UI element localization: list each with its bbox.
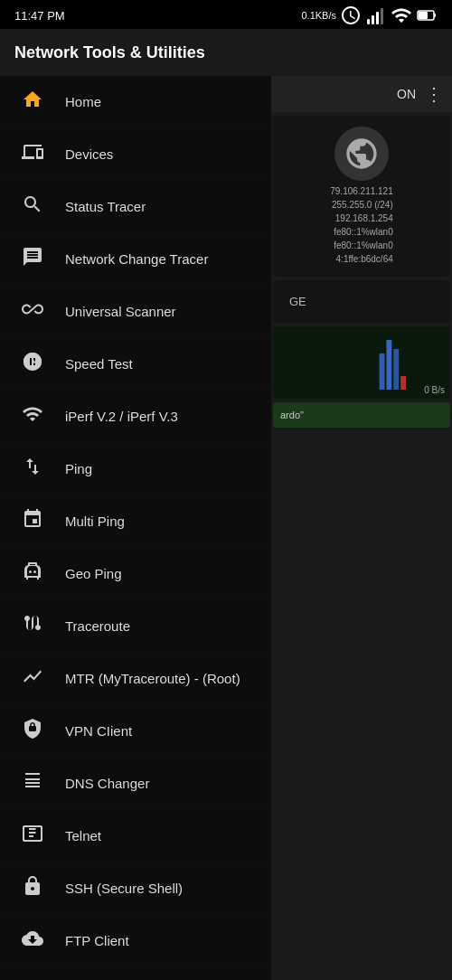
dns-changer-icon [18,770,47,796]
svg-point-7 [29,570,32,573]
globe-icon [334,127,389,181]
sidebar-item-mtr-label: MTR (MyTraceroute) - (Root) [65,671,240,686]
sidebar-item-ssh-label: SSH (Secure Shell) [65,881,183,896]
svg-rect-6 [434,14,436,17]
sidebar-item-universal-scanner-label: Universal Scanner [65,304,176,319]
sidebar-item-traceroute[interactable]: Traceroute [0,600,271,653]
sidebar-item-ping-label: Ping [65,461,92,476]
sidebar-item-status-tracer-label: Status Tracer [65,199,146,214]
ipv6-2: fe80::1%wlan0 [330,239,393,252]
svg-rect-12 [393,349,399,390]
status-bar: 11:47 PM 0.1KB/s [0,0,452,29]
sidebar-item-iperf-label: iPerf V.2 / iPerf V.3 [65,409,178,424]
chart-speed-label: 0 B/s [424,385,445,395]
svg-rect-1 [372,15,374,24]
subnet-info: 255.255.0 (/24) [330,198,393,212]
sidebar-item-ping[interactable]: Ping [0,443,271,495]
sidebar-item-iperf[interactable]: iPerf V.2 / iPerf V.3 [0,391,271,443]
ge-label: GE [282,289,441,314]
gateway: 192.168.1.254 [330,212,393,225]
main-layout: Home Devices Status Tracer [0,76,452,980]
devices-icon [18,141,47,167]
svg-rect-2 [376,12,379,24]
battery-icon [416,5,438,26]
app-title: Network Tools & Utilities [14,43,205,62]
on-label: ON [397,87,416,101]
sidebar-item-traceroute-label: Traceroute [65,618,130,634]
svg-rect-13 [400,376,406,390]
geo-ping-icon [18,561,47,587]
mtr-icon [18,665,47,692]
sidebar-item-ftp-client[interactable]: FTP Client [0,915,271,967]
telnet-icon [18,823,47,849]
sidebar-item-multi-ping[interactable]: Multi Ping [0,495,271,548]
network-info-section: 79.106.211.121 255.255.0 (/24) 192.168.1… [273,116,450,277]
wifi-icon [391,5,412,26]
ge-section: GE [273,280,450,323]
app-header: Network Tools & Utilities [0,29,452,76]
speed-test-icon [18,351,47,377]
navigation-drawer: Home Devices Status Tracer [0,76,271,980]
sidebar-item-multi-ping-label: Multi Ping [65,514,125,529]
sidebar-item-dns-changer[interactable]: DNS Changer [0,758,271,810]
sidebar-item-home[interactable]: Home [0,76,271,128]
caption-text: ardo" [280,410,443,420]
chart-section: 0 B/s [273,326,450,399]
ipv6-1: fe80::1%wlan0 [330,225,393,239]
sidebar-item-network-change-tracer-label: Network Change Tracer [65,251,208,267]
traceroute-icon [18,613,47,639]
ipv6-3: 4:1ffe:b6dc/64 [330,252,393,266]
sidebar-item-devices[interactable]: Devices [0,128,271,181]
signal-icon [365,5,387,26]
caption-section: ardo" [273,402,450,428]
ssh-icon [18,875,47,901]
sidebar-item-geo-ping-label: Geo Ping [65,566,122,581]
sidebar-item-mtr[interactable]: MTR (MyTraceroute) - (Root) [0,653,271,705]
universal-scanner-icon [18,298,47,325]
sidebar-item-geo-ping[interactable]: Geo Ping [0,548,271,600]
svg-rect-11 [386,340,391,390]
sidebar-item-speed-test[interactable]: Speed Test [0,338,271,391]
ip-address: 79.106.211.121 [330,184,393,198]
sidebar-item-devices-label: Devices [65,146,113,162]
status-tracer-icon [18,193,47,220]
content-panel: ON ⋮ 79.106.211.121 255.255.0 (/24) 192.… [271,76,452,980]
multi-ping-icon [18,508,47,534]
sidebar-item-status-tracer[interactable]: Status Tracer [0,181,271,233]
svg-rect-0 [367,19,370,24]
status-right: 0.1KB/s [301,5,438,26]
sidebar-item-ssh[interactable]: SSH (Secure Shell) [0,862,271,915]
sidebar-item-vpn-client-label: VPN CIient [65,723,132,739]
more-options-icon[interactable]: ⋮ [425,83,443,105]
vpn-client-icon [18,718,47,744]
svg-rect-10 [380,353,385,390]
iperf-icon [18,403,47,429]
svg-rect-5 [419,12,428,19]
network-change-tracer-icon [18,246,47,272]
svg-point-8 [33,570,36,573]
sidebar-item-ftp-client-label: FTP Client [65,933,129,948]
sidebar-item-network-change-tracer[interactable]: Network Change Tracer [0,233,271,286]
sidebar-item-speed-test-label: Speed Test [65,356,133,372]
ping-icon [18,456,47,482]
sidebar-item-universal-scanner[interactable]: Universal Scanner [0,286,271,338]
content-topbar: ON ⋮ [271,76,452,112]
svg-rect-3 [381,8,383,24]
sidebar-item-home-label: Home [65,94,101,109]
sidebar-item-telnet-label: Telnet [65,828,101,843]
ftp-client-icon [18,928,47,954]
home-icon [18,89,47,115]
ip-info: 79.106.211.121 255.255.0 (/24) 192.168.1… [330,184,393,266]
sidebar-item-telnet[interactable]: Telnet [0,810,271,862]
sidebar-item-dns-changer-label: DNS Changer [65,776,149,791]
status-time: 11:47 PM [14,9,65,23]
network-speed: 0.1KB/s [301,10,336,21]
sidebar-item-vpn-client[interactable]: VPN CIient [0,705,271,758]
alarm-icon [340,5,362,26]
